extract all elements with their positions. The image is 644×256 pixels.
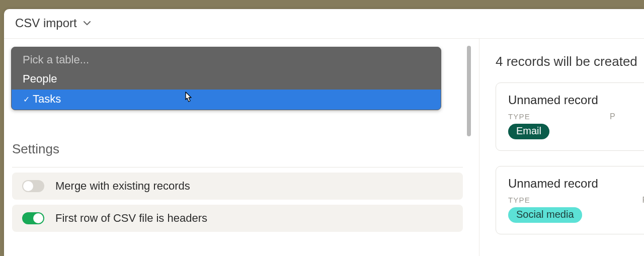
setting-label: Merge with existing records	[55, 180, 190, 193]
field-label-type: TYPE	[508, 196, 582, 204]
type-pill: Social media	[508, 207, 582, 223]
dropdown-placeholder: Pick a table...	[12, 47, 441, 69]
modal-header: CSV import	[4, 9, 644, 39]
setting-label: First row of CSV file is headers	[55, 212, 207, 225]
setting-merge-records[interactable]: Merge with existing records	[12, 173, 463, 200]
settings-heading: Settings	[12, 141, 463, 167]
field-label-type: TYPE	[508, 112, 549, 121]
record-title: Unnamed record	[508, 93, 644, 107]
dropdown-option-tasks[interactable]: ✓ Tasks	[12, 90, 441, 110]
setting-headers-row[interactable]: First row of CSV file is headers	[12, 205, 463, 232]
preview-record-card: Unnamed record TYPE Email P	[496, 82, 644, 151]
dropdown-option-label: Tasks	[33, 93, 61, 106]
preview-heading: 4 records will be created	[496, 54, 644, 69]
check-icon: ✓	[23, 95, 30, 104]
toggle-merge[interactable]	[22, 180, 44, 192]
type-pill: Email	[508, 124, 549, 139]
preview-record-card: Unnamed record TYPE Social media P	[496, 166, 644, 234]
preview-pane: 4 records will be created Unnamed record…	[479, 39, 644, 256]
dropdown-option-people[interactable]: People	[12, 69, 441, 90]
record-title: Unnamed record	[508, 177, 644, 191]
field-label-extra: P	[610, 112, 616, 121]
csv-import-modal: CSV import Pick a table... People ✓ Task…	[4, 9, 644, 256]
table-picker-dropdown[interactable]: Pick a table... People ✓ Tasks	[11, 47, 441, 110]
scrollbar[interactable]	[467, 46, 471, 136]
modal-title: CSV import	[15, 16, 77, 30]
settings-section: Settings Merge with existing records Fir…	[11, 141, 467, 232]
config-pane: Pick a table... People ✓ Tasks Settings	[4, 39, 479, 256]
toggle-headers[interactable]	[22, 212, 44, 224]
scrollbar-thumb[interactable]	[467, 46, 471, 136]
chevron-down-icon[interactable]	[82, 18, 92, 28]
field-label-extra: P	[642, 196, 644, 205]
